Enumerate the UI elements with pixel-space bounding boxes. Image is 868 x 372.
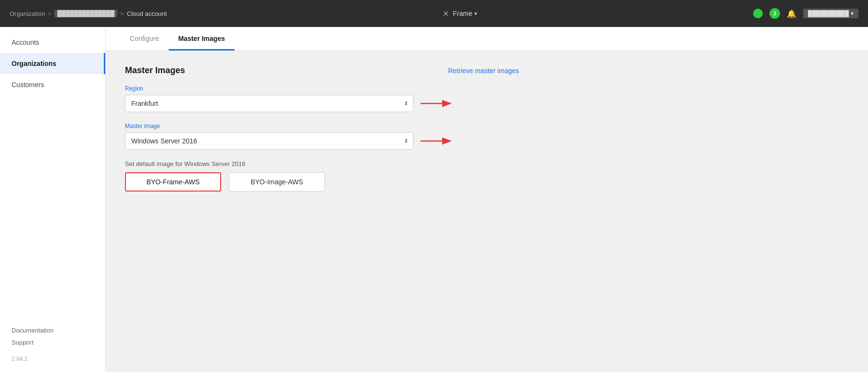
sidebar-item-accounts[interactable]: Accounts [0, 32, 105, 53]
support-link[interactable]: Support [12, 339, 94, 346]
master-images-content: Master Images Retrieve master images Reg… [106, 51, 538, 217]
byo-frame-aws-button[interactable]: BYO-Frame-AWS [125, 172, 221, 192]
bell-icon[interactable]: 🔔 [787, 9, 796, 18]
region-group: Region Frankfurt ⬍ [125, 85, 519, 112]
notification-badge[interactable]: 3 [769, 8, 780, 19]
breadcrumb-sep1: > [48, 10, 52, 17]
chevron-down-icon: ▾ [474, 11, 477, 17]
sidebar-item-organizations[interactable]: Organizations [0, 53, 105, 74]
tab-master-images[interactable]: Master Images [169, 27, 235, 51]
version-label: 2.84.2 [12, 356, 94, 362]
brand-center: ✕ Frame ▾ [443, 9, 477, 18]
image-buttons-group: BYO-Frame-AWS BYO-Image-AWS [125, 172, 519, 192]
cloud-account-label: Cloud account [127, 10, 167, 17]
sidebar-accounts-label: Accounts [12, 38, 39, 46]
tab-configure[interactable]: Configure [120, 27, 169, 51]
breadcrumb: Organization > ██████████████ > Cloud ac… [10, 10, 167, 17]
master-image-select[interactable]: Windows Server 2016 [125, 132, 413, 150]
documentation-link[interactable]: Documentation [12, 327, 94, 334]
region-select[interactable]: Frankfurt [125, 95, 413, 112]
retrieve-master-images-link[interactable]: Retrieve master images [448, 67, 519, 75]
navbar: Organization > ██████████████ > Cloud ac… [0, 0, 868, 27]
sidebar: Accounts Organizations Customers Documen… [0, 27, 106, 372]
org-name: ██████████████ [54, 10, 117, 17]
navbar-right: 3 🔔 ██████████ ▾ [753, 8, 858, 19]
main-content: Configure Master Images Master Images Re… [106, 27, 868, 372]
master-image-field-row: Windows Server 2016 ⬍ [125, 132, 519, 150]
sidebar-bottom: Documentation Support 2.84.2 [0, 327, 105, 362]
default-image-group: Set default image for Windows Server 201… [125, 160, 519, 192]
page-layout: Accounts Organizations Customers Documen… [0, 27, 868, 372]
frame-dropdown[interactable]: Frame ▾ [453, 10, 477, 17]
sidebar-item-customers[interactable]: Customers [0, 74, 105, 95]
byo-image-aws-button[interactable]: BYO-Image-AWS [229, 172, 325, 192]
org-label: Organization [10, 10, 45, 17]
sidebar-customers-label: Customers [12, 81, 44, 89]
sidebar-nav: Accounts Organizations Customers [0, 32, 105, 95]
brand-x-icon: ✕ [443, 9, 449, 18]
user-label: ██████████ [808, 10, 849, 17]
user-chevron-icon: ▾ [851, 10, 854, 17]
status-indicator [753, 9, 763, 18]
sidebar-organizations-label: Organizations [12, 60, 56, 67]
region-label: Region [125, 85, 519, 92]
section-title: Master Images [125, 65, 185, 76]
frame-label-text: Frame [453, 10, 472, 17]
user-menu[interactable]: ██████████ ▾ [803, 9, 858, 18]
tabs-bar: Configure Master Images [106, 27, 868, 51]
master-image-arrow-annotation [418, 135, 457, 147]
region-field-row: Frankfurt ⬍ [125, 95, 519, 112]
master-image-label: Master image [125, 123, 519, 129]
region-arrow-annotation [418, 98, 457, 109]
breadcrumb-sep2: > [120, 10, 124, 17]
default-image-label: Set default image for Windows Server 201… [125, 160, 519, 167]
section-header: Master Images Retrieve master images [125, 65, 519, 76]
master-image-group: Master image Windows Server 2016 ⬍ [125, 123, 519, 150]
region-select-wrapper: Frankfurt ⬍ [125, 95, 413, 112]
master-image-select-wrapper: Windows Server 2016 ⬍ [125, 132, 413, 150]
